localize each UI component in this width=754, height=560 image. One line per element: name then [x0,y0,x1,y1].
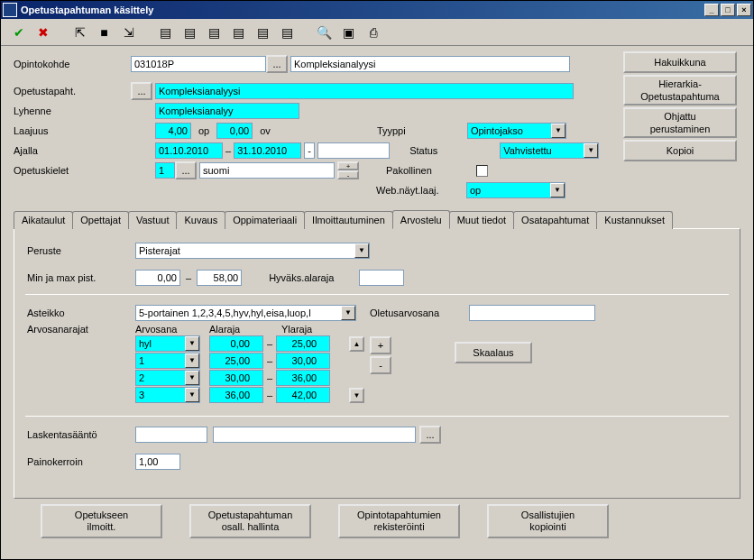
export-button[interactable]: ⇲ [118,23,139,42]
maximize-button[interactable]: □ [721,4,735,16]
print-button[interactable]: ⎙ [363,23,383,42]
peruste-select[interactable]: Pisterajat▼ [135,243,370,259]
arvosanarajat-label: Arvosanarajat [27,324,135,335]
tab-ilmoittautuminen[interactable]: Ilmoittautuminen [304,211,393,229]
grade-select[interactable]: hyl▼ [135,335,200,352]
tab-opettajat[interactable]: Opettajat [72,211,129,229]
tab-osatapahtumat[interactable]: Osatapahtumat [513,211,597,229]
opetuskielet-lookup-button[interactable]: ... [175,161,197,179]
laskenta-name-input[interactable] [213,427,416,443]
opintokohde-code-input[interactable] [131,56,266,72]
alaraja-input[interactable] [209,353,263,369]
skaalaus-button[interactable]: Skaalaus [455,342,532,363]
lyhenne-input[interactable] [155,103,299,119]
tab-kuvaus[interactable]: Kuvaus [176,211,225,229]
alaraja-input[interactable] [209,387,263,403]
opintokohde-lookup-button[interactable]: ... [266,55,288,73]
ylaraja-input[interactable] [276,387,330,403]
nav-4-button[interactable]: ▤ [228,23,249,42]
ajalla-label: Ajalla [14,145,131,156]
ajalla-from-input[interactable] [155,142,223,159]
asteikko-select[interactable]: 5-portainen 1,2,3,4,5,hyv,hyl,eisa,luop,… [135,305,356,321]
opetukseen-ilmoitt-button[interactable]: Opetukseen ilmoitt. [41,504,162,538]
lang-plus-button[interactable]: + [337,161,359,170]
opetuskielet-lang-input[interactable] [199,162,335,179]
nav-prev-button[interactable]: ▤ [179,23,200,42]
tab-aikataulut[interactable]: Aikataulut [14,211,73,229]
grade-row: 1▼– [135,353,336,369]
hakuikkuna-button[interactable]: Hakuikkuna [623,51,737,73]
chevron-down-icon: ▼ [185,353,199,368]
laskenta-code-input[interactable] [135,427,207,443]
osall-hallinta-button[interactable]: Opetustapahtuman osall. hallinta [189,504,311,538]
ajalla-to-input[interactable] [234,142,301,159]
webnayt-select[interactable]: op▼ [466,182,566,198]
opintokohde-name-input[interactable] [290,56,570,72]
save-button[interactable]: ■ [94,23,115,42]
ylaraja-input[interactable] [276,335,330,352]
status-select[interactable]: Vahvistettu▼ [500,142,599,159]
ajalla-extra2-input[interactable] [317,142,390,159]
min-pist-input[interactable] [135,270,180,286]
minimize-button[interactable]: _ [704,4,719,16]
lang-minus-button[interactable]: - [337,170,359,179]
opintokohde-label: Opintokohde [14,59,131,69]
row-add-button[interactable]: + [370,336,391,354]
tab-kustannukset[interactable]: Kustannukset [596,211,673,229]
opetustapaht-label: Opetustapaht. [14,86,131,96]
pakollinen-checkbox[interactable] [476,165,488,177]
grade-row: 2▼– [135,370,336,386]
nav-last-button[interactable]: ▤ [277,23,298,42]
hyvaks-input[interactable] [359,270,404,286]
nav-5-button[interactable]: ▤ [253,23,273,42]
tab-vastuut[interactable]: Vastuut [128,211,178,229]
laajuus-label: Laajuus [14,125,131,136]
cancel-button[interactable]: ✖ [32,23,53,42]
opetustapaht-lookup-button[interactable]: ... [131,82,152,100]
nav-next-button[interactable]: ▤ [204,23,225,42]
row-remove-button[interactable]: - [370,356,391,374]
chevron-down-icon: ▼ [341,306,355,320]
alaraja-input[interactable] [209,370,263,386]
alaraja-input[interactable] [209,335,263,352]
app-icon [3,3,17,17]
grade-select[interactable]: 3▼ [135,387,200,403]
nav-first-button[interactable]: ▤ [155,23,176,42]
painokerroin-input[interactable] [135,454,180,470]
ylaraja-input[interactable] [276,353,330,369]
asteikko-label: Asteikko [27,308,135,318]
grade-select[interactable]: 2▼ [135,370,200,386]
ohjattu-button[interactable]: Ohjattu perustaminen [623,107,737,138]
hierarkia-button[interactable]: Hierarkia- Opetustapahtuma [623,75,737,106]
ajalla-extra-input[interactable] [304,142,315,159]
laajuus-op-input[interactable] [155,123,191,139]
scroll-down-button[interactable]: ▼ [349,388,364,403]
search-button[interactable]: 🔍 [314,23,335,42]
rekisterointi-button[interactable]: Opintotapahtumien rekisteröinti [338,504,460,538]
max-pist-input[interactable] [197,270,242,286]
ylaraja-input[interactable] [276,370,330,386]
tyyppi-select[interactable]: Opintojakso▼ [467,123,566,139]
tab-muut-tiedot[interactable]: Muut tiedot [449,211,514,229]
opetuskielet-n-input[interactable] [155,162,175,179]
laskenta-lookup-button[interactable]: ... [419,426,441,444]
tab-arvostelu[interactable]: Arvostelu [392,210,450,229]
scroll-up-button[interactable]: ▲ [349,336,364,352]
accept-button[interactable]: ✔ [8,23,29,42]
opetustapaht-input[interactable] [155,83,574,99]
chevron-down-icon: ▼ [185,371,199,385]
oletus-label: Oletusarvosana [370,308,469,318]
grade-select[interactable]: 1▼ [135,353,200,369]
oletus-input[interactable] [469,305,595,321]
laajuus-ov-input[interactable] [216,123,253,139]
ov-label: ov [260,125,271,136]
chevron-down-icon: ▼ [550,183,565,197]
sheet-button[interactable]: ▣ [338,23,359,42]
close-button[interactable]: × [737,4,751,16]
goto-button[interactable]: ⇱ [69,23,90,42]
content: Hakuikkuna Hierarkia- Opetustapahtuma Oh… [1,46,753,559]
kopioi-button[interactable]: Kopioi [623,140,737,161]
osallistujien-kopiointi-button[interactable]: Osallistujien kopiointi [487,504,609,538]
tab-oppimateriaali[interactable]: Oppimateriaali [225,211,305,229]
webnayt-label: Web.näyt.laaj. [376,185,466,196]
